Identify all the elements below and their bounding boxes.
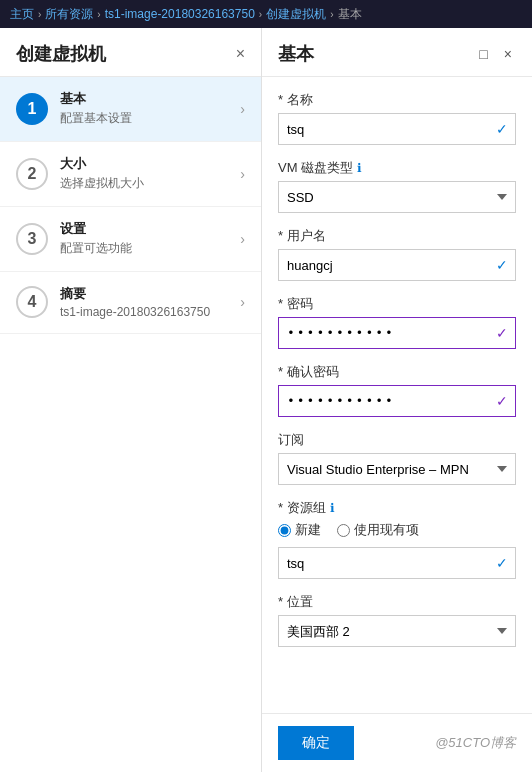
resource-group-label: * 资源组 ℹ <box>278 499 516 517</box>
breadcrumb-create-vm[interactable]: 创建虚拟机 <box>266 6 326 23</box>
step-2-arrow: › <box>240 166 245 182</box>
bottom-bar: 确定 @51CTO博客 <box>262 713 532 772</box>
disk-type-label: VM 磁盘类型 ℹ <box>278 159 516 177</box>
subscription-select[interactable]: Visual Studio Enterprise – MPN <box>278 453 516 485</box>
subscription-group: 订阅 Visual Studio Enterprise – MPN <box>278 431 516 485</box>
minimize-button[interactable]: □ <box>475 44 491 64</box>
step-3-number: 3 <box>28 230 37 248</box>
step-3[interactable]: 3 设置 配置可选功能 › <box>0 207 261 272</box>
resource-group-check-icon: ✓ <box>496 555 508 571</box>
disk-type-info-icon[interactable]: ℹ <box>357 161 362 175</box>
disk-type-select[interactable]: SSD HDD <box>278 181 516 213</box>
step-3-text: 设置 配置可选功能 <box>60 221 240 257</box>
right-header-icons: □ × <box>475 44 516 64</box>
name-group: * 名称 ✓ <box>278 91 516 145</box>
username-label: * 用户名 <box>278 227 516 245</box>
step-4-circle: 4 <box>16 286 48 318</box>
resource-group-input-wrapper: ✓ <box>278 547 516 579</box>
resource-group-radio-group: 新建 使用现有项 <box>278 521 516 539</box>
confirm-password-input-wrapper: ✓ <box>278 385 516 417</box>
disk-type-label-text: VM 磁盘类型 <box>278 159 353 177</box>
main-container: 创建虚拟机 × 1 基本 配置基本设置 › 2 大 <box>0 28 532 772</box>
breadcrumb-separator-3: › <box>259 9 262 20</box>
step-1-text: 基本 配置基本设置 <box>60 91 240 127</box>
password-label: * 密码 <box>278 295 516 313</box>
resource-group-label-text: * 资源组 <box>278 499 326 517</box>
breadcrumb-separator-4: › <box>330 9 333 20</box>
left-close-button[interactable]: × <box>236 46 245 62</box>
step-3-circle: 3 <box>16 223 48 255</box>
step-4-number: 4 <box>28 293 37 311</box>
step-1-title: 基本 <box>60 91 240 108</box>
username-group: * 用户名 ✓ <box>278 227 516 281</box>
breadcrumb-separator-2: › <box>97 9 100 20</box>
confirm-password-input[interactable] <box>278 385 516 417</box>
breadcrumb-current: 基本 <box>338 6 362 23</box>
step-4-title: 摘要 <box>60 286 240 303</box>
name-input[interactable] <box>278 113 516 145</box>
breadcrumb-home[interactable]: 主页 <box>10 6 34 23</box>
step-4-arrow: › <box>240 294 245 310</box>
subscription-label: 订阅 <box>278 431 516 449</box>
username-input[interactable] <box>278 249 516 281</box>
step-1-subtitle: 配置基本设置 <box>60 110 240 127</box>
step-2[interactable]: 2 大小 选择虚拟机大小 › <box>0 142 261 207</box>
left-panel: 创建虚拟机 × 1 基本 配置基本设置 › 2 大 <box>0 28 262 772</box>
step-4[interactable]: 4 摘要 ts1-image-20180326163750 › <box>0 272 261 334</box>
confirm-password-label: * 确认密码 <box>278 363 516 381</box>
name-label: * 名称 <box>278 91 516 109</box>
breadcrumb-separator-1: › <box>38 9 41 20</box>
confirm-password-group: * 确认密码 ✓ <box>278 363 516 417</box>
resource-group-existing-label: 使用现有项 <box>354 521 419 539</box>
step-2-title: 大小 <box>60 156 240 173</box>
right-content: * 名称 ✓ VM 磁盘类型 ℹ SSD HDD * 用户名 <box>262 77 532 713</box>
step-1-number: 1 <box>28 100 37 118</box>
step-1-circle: 1 <box>16 93 48 125</box>
step-2-circle: 2 <box>16 158 48 190</box>
breadcrumb-all-resources[interactable]: 所有资源 <box>45 6 93 23</box>
location-select[interactable]: 美国西部 2 <box>278 615 516 647</box>
step-2-subtitle: 选择虚拟机大小 <box>60 175 240 192</box>
resource-group-info-icon[interactable]: ℹ <box>330 501 335 515</box>
resource-group-existing-option[interactable]: 使用现有项 <box>337 521 419 539</box>
confirm-password-check-icon: ✓ <box>496 393 508 409</box>
resource-group-group: * 资源组 ℹ 新建 使用现有项 ✓ <box>278 499 516 579</box>
password-group: * 密码 ✓ <box>278 295 516 349</box>
breadcrumb: 主页 › 所有资源 › ts1-image-20180326163750 › 创… <box>0 0 532 28</box>
step-4-subtitle: ts1-image-20180326163750 <box>60 305 240 319</box>
resource-group-existing-radio[interactable] <box>337 524 350 537</box>
username-input-wrapper: ✓ <box>278 249 516 281</box>
password-check-icon: ✓ <box>496 325 508 341</box>
step-3-title: 设置 <box>60 221 240 238</box>
step-3-subtitle: 配置可选功能 <box>60 240 240 257</box>
disk-type-group: VM 磁盘类型 ℹ SSD HDD <box>278 159 516 213</box>
confirm-button[interactable]: 确定 <box>278 726 354 760</box>
watermark: @51CTO博客 <box>435 734 516 752</box>
left-header: 创建虚拟机 × <box>0 28 261 77</box>
step-1-arrow: › <box>240 101 245 117</box>
step-2-number: 2 <box>28 165 37 183</box>
password-input-wrapper: ✓ <box>278 317 516 349</box>
step-3-arrow: › <box>240 231 245 247</box>
username-check-icon: ✓ <box>496 257 508 273</box>
name-check-icon: ✓ <box>496 121 508 137</box>
breadcrumb-image[interactable]: ts1-image-20180326163750 <box>105 7 255 21</box>
resource-group-new-option[interactable]: 新建 <box>278 521 321 539</box>
resource-group-input[interactable] <box>278 547 516 579</box>
location-group: * 位置 美国西部 2 <box>278 593 516 647</box>
password-input[interactable] <box>278 317 516 349</box>
resource-group-new-radio[interactable] <box>278 524 291 537</box>
step-2-text: 大小 选择虚拟机大小 <box>60 156 240 192</box>
right-close-button[interactable]: × <box>500 44 516 64</box>
right-header: 基本 □ × <box>262 28 532 77</box>
location-label: * 位置 <box>278 593 516 611</box>
steps-container: 1 基本 配置基本设置 › 2 大小 选择虚拟机大小 › <box>0 77 261 772</box>
step-4-text: 摘要 ts1-image-20180326163750 <box>60 286 240 319</box>
left-panel-title: 创建虚拟机 <box>16 42 106 66</box>
right-panel-title: 基本 <box>278 42 314 66</box>
right-panel: 基本 □ × * 名称 ✓ VM 磁盘类型 ℹ <box>262 28 532 772</box>
name-input-wrapper: ✓ <box>278 113 516 145</box>
step-1[interactable]: 1 基本 配置基本设置 › <box>0 77 261 142</box>
resource-group-new-label: 新建 <box>295 521 321 539</box>
